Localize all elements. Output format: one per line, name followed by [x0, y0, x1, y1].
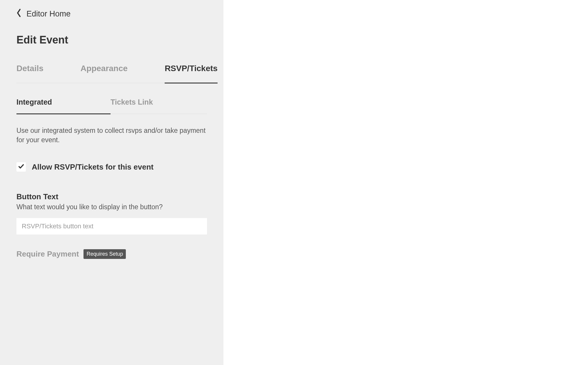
main-tabs: Details Appearance RSVP/Tickets — [16, 64, 207, 83]
page-title: Edit Event — [16, 34, 207, 46]
tab-details[interactable]: Details — [16, 64, 44, 83]
allow-rsvp-checkbox[interactable] — [16, 162, 26, 172]
button-text-section: Button Text What text would you like to … — [16, 192, 207, 235]
requires-setup-badge: Requires Setup — [83, 249, 126, 259]
allow-rsvp-label: Allow RSVP/Tickets for this event — [32, 163, 153, 172]
button-text-help: What text would you like to display in t… — [16, 203, 207, 211]
sub-tabs: Integrated Tickets Link — [16, 98, 207, 114]
require-payment-row: Require Payment Requires Setup — [16, 249, 207, 259]
allow-rsvp-row: Allow RSVP/Tickets for this event — [16, 162, 207, 172]
back-to-editor-home[interactable]: Editor Home — [16, 9, 207, 19]
integrated-description: Use our integrated system to collect rsv… — [16, 126, 207, 145]
chevron-left-icon — [16, 9, 21, 19]
tab-rsvp-tickets[interactable]: RSVP/Tickets — [165, 64, 218, 83]
breadcrumb-label: Editor Home — [26, 9, 71, 19]
preview-area — [223, 0, 588, 365]
tab-appearance[interactable]: Appearance — [81, 64, 128, 83]
require-payment-title: Require Payment — [16, 250, 79, 259]
button-text-title: Button Text — [16, 192, 207, 201]
check-icon — [18, 163, 24, 171]
sub-tab-tickets-link[interactable]: Tickets Link — [111, 98, 205, 114]
button-text-input[interactable] — [16, 218, 207, 235]
sub-tab-integrated[interactable]: Integrated — [16, 98, 111, 114]
editor-panel: Editor Home Edit Event Details Appearanc… — [0, 0, 223, 365]
